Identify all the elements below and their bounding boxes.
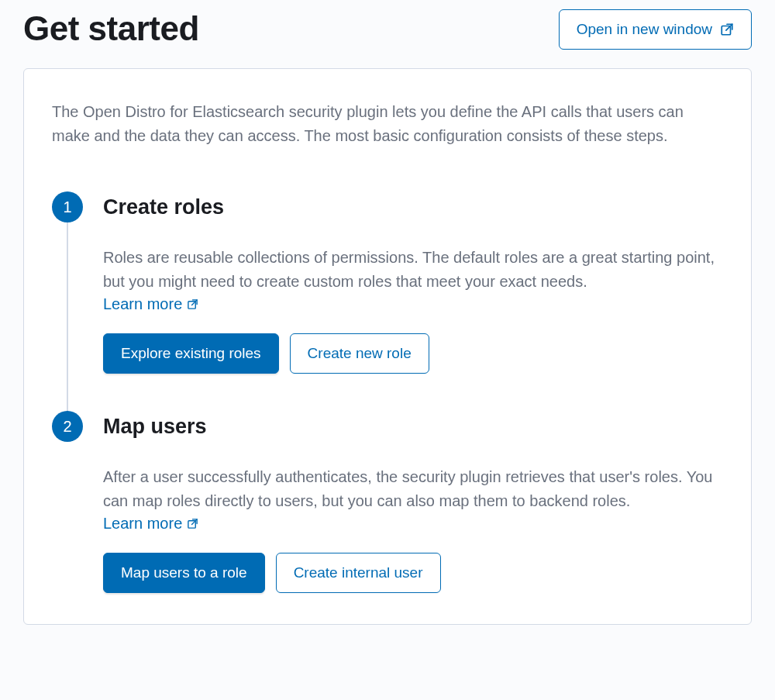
step-description: Roles are reusable collections of permis… bbox=[103, 246, 723, 294]
popout-icon bbox=[187, 518, 198, 529]
step-title: Map users bbox=[103, 411, 723, 442]
popout-icon bbox=[187, 298, 198, 310]
learn-more-link[interactable]: Learn more bbox=[103, 295, 198, 313]
map-users-button[interactable]: Map users to a role bbox=[103, 553, 265, 593]
create-internal-user-button[interactable]: Create internal user bbox=[276, 553, 441, 593]
open-new-window-label: Open in new window bbox=[577, 21, 712, 38]
learn-more-label: Learn more bbox=[103, 515, 182, 533]
step-number-badge: 2 bbox=[52, 411, 83, 442]
step-create-roles: 1 Create roles Roles are reusable collec… bbox=[52, 191, 723, 411]
explore-roles-button[interactable]: Explore existing roles bbox=[103, 333, 279, 374]
page-title: Get started bbox=[23, 9, 199, 48]
create-new-role-button[interactable]: Create new role bbox=[290, 333, 429, 374]
step-description: After a user successfully authenticates,… bbox=[103, 465, 723, 513]
open-new-window-button[interactable]: Open in new window bbox=[559, 9, 752, 50]
step-title: Create roles bbox=[103, 191, 723, 222]
step-map-users: 2 Map users After a user successfully au… bbox=[52, 411, 723, 593]
learn-more-label: Learn more bbox=[103, 295, 182, 313]
get-started-panel: The Open Distro for Elasticsearch securi… bbox=[23, 68, 752, 625]
learn-more-link[interactable]: Learn more bbox=[103, 515, 198, 533]
intro-text: The Open Distro for Elasticsearch securi… bbox=[52, 100, 723, 148]
step-number-badge: 1 bbox=[52, 191, 83, 222]
popout-icon bbox=[720, 22, 734, 36]
